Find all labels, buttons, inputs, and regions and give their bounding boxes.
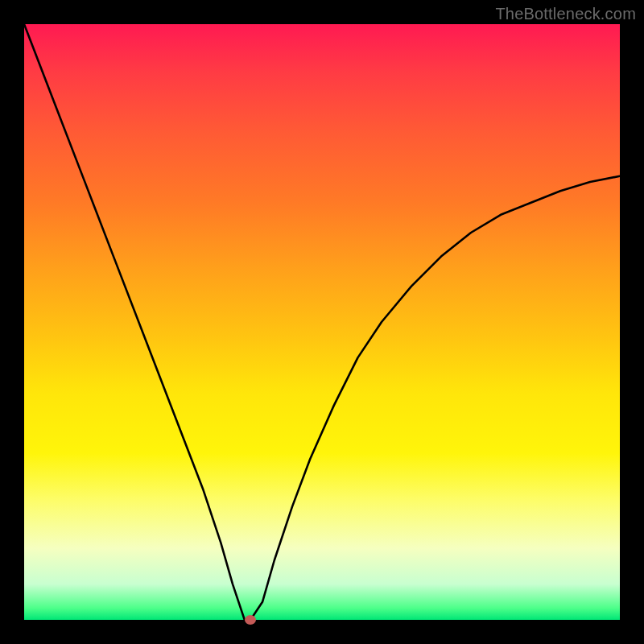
plot-area — [24, 24, 620, 620]
optimum-marker — [245, 615, 256, 625]
bottleneck-curve — [24, 24, 620, 620]
chart-frame: TheBottleneck.com — [0, 0, 644, 644]
watermark-text: TheBottleneck.com — [495, 5, 636, 23]
